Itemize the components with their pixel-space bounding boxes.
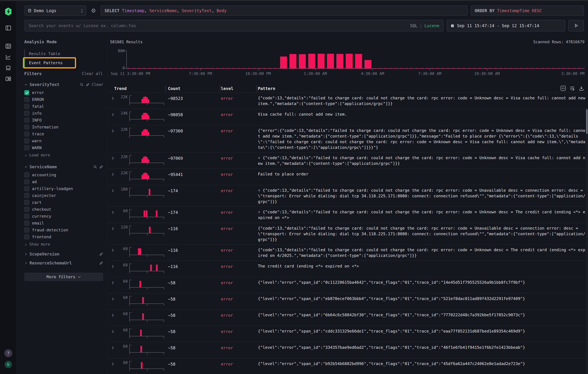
lucene-mode-button[interactable]: Lucene: [424, 23, 439, 28]
checkbox[interactable]: [24, 200, 29, 205]
table-row[interactable]: 60~58error{"level":"error","span_id":"6b…: [109, 309, 588, 326]
pin-icon[interactable]: [99, 252, 103, 256]
gear-icon[interactable]: ⚙: [90, 6, 97, 16]
column-resize-handle[interactable]: [220, 86, 220, 91]
service-option[interactable]: artillery-loadgen: [24, 185, 105, 192]
checkbox[interactable]: [24, 138, 29, 143]
checkbox[interactable]: [24, 111, 29, 116]
download-icon[interactable]: [579, 86, 584, 91]
service-option[interactable]: frontend: [24, 233, 105, 240]
column-header-level[interactable]: level: [220, 84, 256, 92]
orderby-editor[interactable]: ORDER BY TimestampTime DESC: [471, 6, 584, 16]
service-option[interactable]: currency: [24, 213, 105, 220]
table-row[interactable]: 22K~95441errorFailed to place order: [109, 169, 588, 185]
histogram-bar[interactable]: [308, 54, 315, 68]
expand-chevron-icon[interactable]: [111, 264, 115, 269]
select-editor[interactable]: SELECT Timestamp, ServiceName, SeverityT…: [101, 6, 467, 16]
checkbox[interactable]: [24, 228, 29, 232]
severity-option[interactable]: info: [24, 110, 105, 117]
expand-chevron-icon[interactable]: [111, 227, 115, 231]
table-row[interactable]: 60~116error{"code":13,"details":"failed …: [109, 244, 588, 261]
table-row[interactable]: 60~58error{"level":"error","span_id":"0c…: [109, 277, 588, 293]
severity-load-more[interactable]: Load more: [24, 152, 105, 158]
checkbox[interactable]: [24, 145, 29, 150]
column-header-pattern[interactable]: Pattern: [256, 84, 588, 92]
checkbox[interactable]: [24, 207, 29, 212]
checkbox[interactable]: [24, 193, 29, 198]
scopeversion-group-header[interactable]: ScopeVersion: [24, 252, 105, 256]
expand-chevron-icon[interactable]: [111, 281, 115, 285]
service-option[interactable]: cart: [24, 199, 105, 206]
histogram-bar[interactable]: [336, 54, 343, 68]
search-icon[interactable]: [93, 165, 97, 169]
expand-chevron-icon[interactable]: [111, 346, 115, 350]
code-view-icon[interactable]: [560, 86, 566, 91]
user-avatar[interactable]: U: [5, 361, 12, 368]
histogram-bar[interactable]: [346, 54, 353, 68]
histogram-bar[interactable]: [327, 54, 334, 68]
severity-option[interactable]: ERROR: [24, 96, 105, 103]
histogram-bar[interactable]: [289, 54, 296, 68]
search-input[interactable]: [29, 23, 407, 28]
checkbox[interactable]: [24, 234, 29, 239]
table-row[interactable]: 22K~98523error{"code":13,"details":"fail…: [109, 92, 588, 109]
checkbox[interactable]: [24, 125, 29, 130]
checkbox[interactable]: [24, 104, 29, 109]
expand-chevron-icon[interactable]: [111, 172, 115, 177]
column-header-count[interactable]: Count: [165, 84, 220, 92]
severity-group-name[interactable]: SeverityText: [30, 82, 78, 87]
service-group-name[interactable]: ServiceName: [30, 164, 91, 169]
help-button[interactable]: ?: [4, 349, 12, 357]
severity-option[interactable]: fatal: [24, 103, 105, 110]
table-row[interactable]: 60~58error{"level":"error","span_id":"b9…: [109, 358, 588, 374]
severity-option[interactable]: trace: [24, 131, 105, 137]
checkbox[interactable]: [24, 221, 29, 226]
table-row[interactable]: 60~116errorThe credit card (ending <*> e…: [109, 261, 588, 277]
expand-chevron-icon[interactable]: [111, 210, 115, 214]
checkbox[interactable]: [24, 172, 29, 177]
expand-chevron-icon[interactable]: [111, 96, 115, 101]
sessions-icon[interactable]: [5, 65, 11, 71]
histogram-bar[interactable]: [365, 60, 371, 68]
service-option[interactable]: ad: [24, 178, 105, 185]
severity-option[interactable]: error: [24, 89, 105, 96]
service-option[interactable]: email: [24, 220, 105, 227]
pin-icon[interactable]: [99, 261, 103, 265]
histogram-bar[interactable]: [318, 54, 325, 68]
sidebar-toggle-icon[interactable]: [5, 25, 11, 31]
table-row[interactable]: 60~58error{"level":"error","span_id":"cd…: [109, 326, 588, 342]
checkbox[interactable]: [24, 118, 29, 123]
service-option[interactable]: cainjector: [24, 192, 105, 199]
pin-icon[interactable]: [86, 82, 90, 87]
severity-clear-button[interactable]: Clear: [92, 82, 103, 87]
expand-chevron-icon[interactable]: [111, 330, 115, 334]
expand-chevron-icon[interactable]: [111, 297, 115, 301]
app-logo-icon[interactable]: [4, 7, 13, 16]
checkbox[interactable]: [24, 186, 29, 191]
table-row[interactable]: 180~174error× {"code":13,"details":"fail…: [109, 185, 588, 206]
dashboards-icon[interactable]: [5, 76, 11, 82]
expand-chevron-icon[interactable]: [111, 112, 115, 117]
table-row[interactable]: 60~174error× {"code":13,"details":"faile…: [109, 206, 588, 223]
column-resize-handle[interactable]: [256, 86, 257, 91]
checkbox-checked[interactable]: [24, 90, 29, 95]
table-row[interactable]: 60~58error{"level":"error","span_id":"eb…: [109, 293, 588, 309]
severity-option[interactable]: INFO: [24, 117, 105, 124]
wrap-text-icon[interactable]: [569, 86, 575, 91]
run-query-button[interactable]: [568, 20, 584, 31]
search-icon[interactable]: [80, 82, 84, 87]
histogram-bar[interactable]: [355, 54, 362, 68]
resourceschemaurl-group-header[interactable]: ResourceSchemaUrl: [24, 261, 105, 265]
histogram-bar[interactable]: [280, 57, 287, 68]
analysis-mode-results-table[interactable]: Results Table: [24, 49, 105, 58]
chevron-down-icon[interactable]: [24, 165, 28, 169]
clear-all-button[interactable]: Clear all: [82, 71, 103, 76]
scrollbar-thumb[interactable]: [586, 109, 588, 134]
table-row[interactable]: 22K~97069error× {"code":13,"details":"fa…: [109, 152, 588, 169]
more-filters-button[interactable]: More filters: [24, 273, 103, 281]
analysis-mode-event-patterns[interactable]: Event Patterns: [24, 58, 105, 67]
service-show-more[interactable]: Show more: [24, 241, 105, 247]
expand-chevron-icon[interactable]: [111, 189, 115, 193]
checkbox[interactable]: [24, 97, 29, 102]
pin-icon[interactable]: [99, 165, 103, 169]
